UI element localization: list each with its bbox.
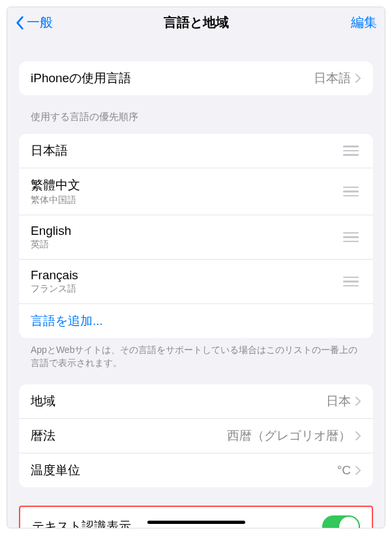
region-label: 地域 bbox=[31, 393, 326, 410]
drag-handle-icon[interactable] bbox=[340, 143, 361, 159]
calendar-label: 暦法 bbox=[31, 427, 227, 444]
chevron-right-icon bbox=[355, 73, 361, 84]
region-row[interactable]: 地域 日本 bbox=[19, 384, 373, 419]
add-language-row[interactable]: 言語を追加... bbox=[19, 304, 373, 338]
language-row[interactable]: English英語 bbox=[19, 215, 373, 260]
region-value: 日本 bbox=[326, 393, 351, 410]
language-subtitle: フランス語 bbox=[31, 283, 340, 295]
chevron-left-icon bbox=[15, 16, 24, 30]
drag-handle-icon[interactable] bbox=[340, 230, 361, 245]
nav-title: 言語と地域 bbox=[164, 14, 229, 31]
settings-screen: 一般 言語と地域 編集 iPhoneの使用言語 日本語 使用する言語の優先順序 … bbox=[7, 7, 385, 528]
calendar-value: 西暦（グレゴリオ暦） bbox=[227, 427, 351, 444]
chevron-right-icon bbox=[355, 465, 361, 476]
home-indicator[interactable] bbox=[147, 521, 245, 524]
language-title: English bbox=[31, 224, 340, 238]
language-row[interactable]: Françaisフランス語 bbox=[19, 260, 373, 304]
add-language-label: 言語を追加... bbox=[31, 313, 103, 329]
language-row[interactable]: 日本語 bbox=[19, 134, 373, 168]
temperature-label: 温度単位 bbox=[31, 462, 337, 479]
back-button[interactable]: 一般 bbox=[15, 14, 53, 31]
chevron-right-icon bbox=[355, 431, 361, 441]
chevron-right-icon bbox=[355, 396, 361, 406]
content: iPhoneの使用言語 日本語 使用する言語の優先順序 日本語繁體中文繁体中国語… bbox=[7, 61, 385, 528]
toggle-knob bbox=[339, 517, 359, 528]
live-text-toggle[interactable] bbox=[322, 515, 360, 528]
iphone-language-group: iPhoneの使用言語 日本語 bbox=[19, 61, 373, 95]
preferred-languages-group: 日本語繁體中文繁体中国語English英語Françaisフランス語言語を追加.… bbox=[19, 134, 373, 338]
drag-handle-icon[interactable] bbox=[340, 184, 361, 200]
iphone-language-row[interactable]: iPhoneの使用言語 日本語 bbox=[19, 61, 373, 95]
edit-button[interactable]: 編集 bbox=[351, 14, 377, 31]
highlight-annotation: テキスト認識表示 bbox=[19, 506, 373, 528]
temperature-row[interactable]: 温度単位 °C bbox=[19, 453, 373, 487]
temperature-value: °C bbox=[337, 463, 351, 478]
language-subtitle: 英語 bbox=[31, 239, 340, 251]
region-settings-group: 地域 日本 暦法 西暦（グレゴリオ暦） 温度単位 °C bbox=[19, 384, 373, 487]
calendar-row[interactable]: 暦法 西暦（グレゴリオ暦） bbox=[19, 419, 373, 453]
preferred-languages-header: 使用する言語の優先順序 bbox=[19, 111, 373, 129]
iphone-language-label: iPhoneの使用言語 bbox=[31, 70, 314, 87]
live-text-group: テキスト認識表示 bbox=[20, 507, 372, 528]
navigation-bar: 一般 言語と地域 編集 bbox=[7, 7, 385, 38]
back-label: 一般 bbox=[27, 14, 53, 31]
live-text-row: テキスト認識表示 bbox=[20, 507, 372, 528]
iphone-language-value: 日本語 bbox=[314, 70, 351, 87]
language-title: 日本語 bbox=[31, 142, 340, 159]
preferred-languages-footer: AppとWebサイトは、その言語をサポートしている場合はこのリストの一番上の言語… bbox=[19, 338, 373, 370]
language-row[interactable]: 繁體中文繁体中国語 bbox=[19, 168, 373, 215]
language-subtitle: 繁体中国語 bbox=[31, 194, 340, 206]
drag-handle-icon[interactable] bbox=[340, 274, 361, 290]
language-title: 繁體中文 bbox=[31, 177, 340, 194]
language-title: Français bbox=[31, 268, 340, 283]
